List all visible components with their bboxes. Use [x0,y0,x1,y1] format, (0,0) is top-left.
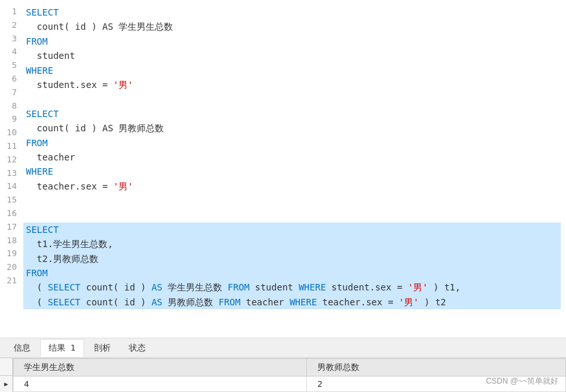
code-token: '男' [113,80,133,90]
line-number: 1 [0,5,17,19]
line-number: 6 [0,72,17,86]
tabs-bar: 信息结果 1剖析状态 [0,338,566,358]
code-token: '男' [399,297,419,307]
code-line: SELECT [23,107,561,121]
code-token: AS [152,297,163,307]
column-header: 学生男生总数 [14,359,307,376]
code-token: t2.男教师总数 [26,254,98,264]
code-token: FROM [219,297,241,307]
table-cell: 4 [14,376,307,392]
code-token: student.sex = [26,80,113,90]
row-arrow-icon: ▶ [4,380,8,387]
table-with-marker: ▶ 学生男生总数男教师总数42 [0,358,566,392]
code-token: WHERE [289,297,317,307]
code-token: teacher.sex = [26,181,113,191]
code-token: FROM [26,268,48,278]
code-token: SELECT [26,7,59,17]
code-line: teacher.sex = '男' [23,179,561,193]
line-number: 18 [0,234,17,248]
code-token: teacher [26,152,75,162]
line-number: 8 [0,100,17,113]
line-number: 2 [0,19,17,32]
tab-信息[interactable]: 信息 [5,339,39,357]
line-number: 14 [0,180,17,193]
code-line: teacher [23,150,561,164]
code-line: student.sex = '男' [23,78,561,92]
line-number: 9 [0,113,17,126]
code-token: SELECT [26,109,59,119]
code-token: student [249,282,299,292]
code-line: FROM [23,266,561,280]
results-table: 学生男生总数男教师总数42 [13,358,566,392]
code-token: AS [152,282,163,292]
code-token: ( [26,297,48,307]
code-token: 学生男生总数 [163,282,228,292]
line-number: 20 [0,261,17,274]
code-line: t2.男教师总数 [23,252,561,266]
line-number: 15 [0,193,17,207]
code-token: '男' [113,181,133,191]
table-row: 42 [14,376,566,392]
code-line: ( SELECT count( id ) AS 男教师总数 FROM teach… [23,295,561,309]
code-token: WHERE [26,166,53,177]
line-number: 5 [0,59,17,72]
line-number: 3 [0,32,17,46]
line-number: 16 [0,207,17,221]
line-number: 11 [0,140,17,153]
tab-剖析[interactable]: 剖析 [85,339,119,357]
line-number: 10 [0,126,17,140]
code-token: WHERE [26,65,53,76]
code-token: t1.学生男生总数, [26,239,113,249]
table-container: 学生男生总数男教师总数42 [13,358,566,392]
code-line: WHERE [23,164,561,179]
code-line: SELECT [23,223,561,237]
code-line: FROM [23,34,561,49]
editor-panel: 123456789101112131415161718192021 SELECT… [0,0,566,338]
code-token: SELECT [48,297,81,307]
code-token: teacher.sex = [317,297,398,307]
code-line: t1.学生男生总数, [23,237,561,251]
code-token: FROM [26,36,48,47]
code-content[interactable]: SELECT count( id ) AS 学生男生总数FROM student… [23,0,566,338]
code-line: student [23,49,561,63]
code-token: ( [26,282,48,292]
code-token: teacher [240,297,289,307]
code-token: '男' [408,282,428,292]
code-token: student.sex = [326,282,407,292]
watermark: CSDN @~~简单就好 [486,376,558,387]
code-token: count( id ) AS 男教师总数 [26,123,164,133]
code-line [23,208,561,222]
line-number: 12 [0,153,17,167]
marker-header [0,358,12,376]
code-token: WHERE [299,282,326,292]
line-number: 13 [0,167,17,180]
line-number: 21 [0,274,17,288]
line-number: 17 [0,221,17,234]
line-numbers: 123456789101112131415161718192021 [0,0,23,338]
code-line: ( SELECT count( id ) AS 学生男生总数 FROM stud… [23,280,561,294]
code-token: count( id ) [80,282,152,292]
code-line [23,92,561,106]
code-token: 男教师总数 [163,297,219,307]
code-line: FROM [23,136,561,150]
code-line: WHERE [23,63,561,78]
code-line: SELECT [23,5,561,19]
line-number: 7 [0,86,17,100]
line-number: 4 [0,45,17,59]
code-token: student [26,50,75,61]
column-header: 男教师总数 [307,359,566,376]
bottom-panel: 信息结果 1剖析状态 ▶ 学生男生总数男教师总数42 CSDN @~~简单就好 [0,338,566,392]
code-token: FROM [26,138,48,148]
code-token: ) t1, [428,282,461,292]
code-token: SELECT [26,224,59,235]
code-line: count( id ) AS 男教师总数 [23,121,561,135]
marker-arrow-cell: ▶ [0,376,12,392]
code-token: count( id ) AS 学生男生总数 [26,21,173,32]
tab-状态[interactable]: 状态 [120,339,154,357]
tab-结果-1[interactable]: 结果 1 [40,339,84,357]
code-line: count( id ) AS 学生男生总数 [23,19,561,34]
line-number: 19 [0,247,17,261]
code-token: FROM [228,282,250,292]
code-token: ) t2 [419,297,446,307]
marker-col: ▶ [0,358,13,392]
